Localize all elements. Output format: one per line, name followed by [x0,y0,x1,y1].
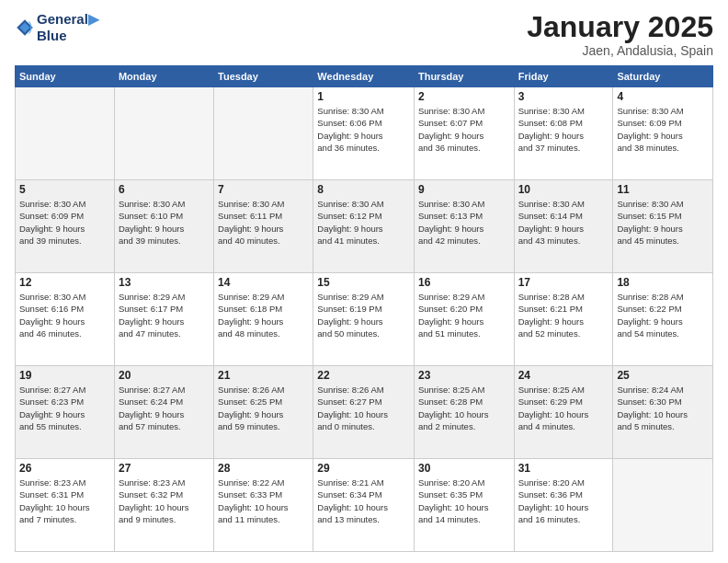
day-number: 5 [19,183,110,196]
calendar-day-cell[interactable]: 16Sunrise: 8:29 AM Sunset: 6:20 PM Dayli… [414,273,514,366]
day-info: Sunrise: 8:29 AM Sunset: 6:17 PM Dayligh… [119,291,210,339]
calendar-day-cell[interactable]: 26Sunrise: 8:23 AM Sunset: 6:31 PM Dayli… [16,459,115,552]
day-info: Sunrise: 8:21 AM Sunset: 6:34 PM Dayligh… [317,477,410,525]
day-info: Sunrise: 8:30 AM Sunset: 6:14 PM Dayligh… [518,198,609,247]
calendar-day-cell[interactable]: 6Sunrise: 8:30 AM Sunset: 6:10 PM Daylig… [114,180,213,273]
day-number: 20 [119,369,210,382]
day-number: 2 [418,90,510,103]
day-number: 11 [617,183,709,196]
calendar-day-cell[interactable]: 8Sunrise: 8:30 AM Sunset: 6:12 PM Daylig… [313,180,415,273]
calendar-day-cell[interactable]: 10Sunrise: 8:30 AM Sunset: 6:14 PM Dayli… [514,180,613,273]
day-info: Sunrise: 8:30 AM Sunset: 6:11 PM Dayligh… [218,198,309,247]
calendar-day-cell[interactable]: 17Sunrise: 8:28 AM Sunset: 6:21 PM Dayli… [514,273,613,366]
day-number: 14 [218,276,309,289]
day-info: Sunrise: 8:30 AM Sunset: 6:15 PM Dayligh… [617,198,709,247]
calendar-table: SundayMondayTuesdayWednesdayThursdayFrid… [15,65,713,552]
day-info: Sunrise: 8:20 AM Sunset: 6:36 PM Dayligh… [518,477,609,525]
day-info: Sunrise: 8:29 AM Sunset: 6:18 PM Dayligh… [218,291,309,339]
calendar-empty-cell [16,87,115,180]
calendar-subtitle: Jaen, Andalusia, Spain [527,43,713,58]
column-header-friday: Friday [514,66,613,87]
day-number: 25 [617,369,709,382]
calendar-day-cell[interactable]: 19Sunrise: 8:27 AM Sunset: 6:23 PM Dayli… [16,366,115,459]
calendar-day-cell[interactable]: 14Sunrise: 8:29 AM Sunset: 6:18 PM Dayli… [214,273,313,366]
day-number: 6 [119,183,210,196]
column-header-wednesday: Wednesday [313,66,415,87]
day-number: 18 [617,276,709,289]
day-number: 31 [518,462,609,475]
calendar-day-cell[interactable]: 24Sunrise: 8:25 AM Sunset: 6:29 PM Dayli… [514,366,613,459]
day-info: Sunrise: 8:24 AM Sunset: 6:30 PM Dayligh… [617,384,709,432]
day-info: Sunrise: 8:26 AM Sunset: 6:27 PM Dayligh… [317,384,410,432]
day-number: 23 [418,369,510,382]
day-number: 8 [317,183,410,196]
day-info: Sunrise: 8:27 AM Sunset: 6:23 PM Dayligh… [19,384,110,432]
calendar-day-cell[interactable]: 2Sunrise: 8:30 AM Sunset: 6:07 PM Daylig… [414,87,514,180]
day-info: Sunrise: 8:30 AM Sunset: 6:07 PM Dayligh… [418,105,510,154]
calendar-day-cell[interactable]: 18Sunrise: 8:28 AM Sunset: 6:22 PM Dayli… [613,273,713,366]
day-number: 22 [317,369,410,382]
calendar-day-cell[interactable]: 12Sunrise: 8:30 AM Sunset: 6:16 PM Dayli… [16,273,115,366]
day-info: Sunrise: 8:30 AM Sunset: 6:09 PM Dayligh… [19,198,110,247]
day-info: Sunrise: 8:25 AM Sunset: 6:28 PM Dayligh… [418,384,510,432]
day-info: Sunrise: 8:23 AM Sunset: 6:32 PM Dayligh… [119,477,210,525]
calendar-title: January 2025 [527,11,713,43]
day-info: Sunrise: 8:27 AM Sunset: 6:24 PM Dayligh… [119,384,210,432]
calendar-day-cell[interactable]: 20Sunrise: 8:27 AM Sunset: 6:24 PM Dayli… [114,366,213,459]
calendar-empty-cell [214,87,313,180]
calendar-day-cell[interactable]: 3Sunrise: 8:30 AM Sunset: 6:08 PM Daylig… [514,87,613,180]
day-number: 4 [617,90,709,103]
day-number: 21 [218,369,309,382]
page: General▶ Blue January 2025 Jaen, Andalus… [0,0,728,563]
day-number: 29 [317,462,410,475]
calendar-empty-cell [613,459,713,552]
day-info: Sunrise: 8:25 AM Sunset: 6:29 PM Dayligh… [518,384,609,432]
day-info: Sunrise: 8:30 AM Sunset: 6:10 PM Dayligh… [119,198,210,247]
logo: General▶ Blue [15,11,99,43]
day-number: 28 [218,462,309,475]
day-number: 12 [19,276,110,289]
day-number: 30 [418,462,510,475]
day-info: Sunrise: 8:30 AM Sunset: 6:13 PM Dayligh… [418,198,510,247]
header: General▶ Blue January 2025 Jaen, Andalus… [15,11,713,58]
day-number: 9 [418,183,510,196]
day-number: 10 [518,183,609,196]
day-info: Sunrise: 8:30 AM Sunset: 6:06 PM Dayligh… [317,105,410,154]
calendar-day-cell[interactable]: 9Sunrise: 8:30 AM Sunset: 6:13 PM Daylig… [414,180,514,273]
calendar-day-cell[interactable]: 30Sunrise: 8:20 AM Sunset: 6:35 PM Dayli… [414,459,514,552]
calendar-day-cell[interactable]: 13Sunrise: 8:29 AM Sunset: 6:17 PM Dayli… [114,273,213,366]
calendar-day-cell[interactable]: 5Sunrise: 8:30 AM Sunset: 6:09 PM Daylig… [16,180,115,273]
column-header-sunday: Sunday [16,66,115,87]
calendar-day-cell[interactable]: 4Sunrise: 8:30 AM Sunset: 6:09 PM Daylig… [613,87,713,180]
title-area: January 2025 Jaen, Andalusia, Spain [527,11,713,58]
calendar-week-row: 1Sunrise: 8:30 AM Sunset: 6:06 PM Daylig… [16,87,713,180]
day-info: Sunrise: 8:30 AM Sunset: 6:16 PM Dayligh… [19,291,110,339]
calendar-day-cell[interactable]: 15Sunrise: 8:29 AM Sunset: 6:19 PM Dayli… [313,273,415,366]
calendar-day-cell[interactable]: 28Sunrise: 8:22 AM Sunset: 6:33 PM Dayli… [214,459,313,552]
day-info: Sunrise: 8:22 AM Sunset: 6:33 PM Dayligh… [218,477,309,525]
calendar-day-cell[interactable]: 7Sunrise: 8:30 AM Sunset: 6:11 PM Daylig… [214,180,313,273]
calendar-day-cell[interactable]: 25Sunrise: 8:24 AM Sunset: 6:30 PM Dayli… [613,366,713,459]
calendar-day-cell[interactable]: 11Sunrise: 8:30 AM Sunset: 6:15 PM Dayli… [613,180,713,273]
calendar-day-cell[interactable]: 31Sunrise: 8:20 AM Sunset: 6:36 PM Dayli… [514,459,613,552]
calendar-day-cell[interactable]: 23Sunrise: 8:25 AM Sunset: 6:28 PM Dayli… [414,366,514,459]
calendar-empty-cell [114,87,213,180]
calendar-header-row: SundayMondayTuesdayWednesdayThursdayFrid… [16,66,713,87]
calendar-day-cell[interactable]: 1Sunrise: 8:30 AM Sunset: 6:06 PM Daylig… [313,87,415,180]
logo-text: General▶ Blue [37,11,99,43]
calendar-week-row: 26Sunrise: 8:23 AM Sunset: 6:31 PM Dayli… [16,459,713,552]
logo-icon [15,17,35,38]
day-number: 19 [19,369,110,382]
day-info: Sunrise: 8:28 AM Sunset: 6:21 PM Dayligh… [518,291,609,339]
day-info: Sunrise: 8:23 AM Sunset: 6:31 PM Dayligh… [19,477,110,525]
day-number: 26 [19,462,110,475]
calendar-day-cell[interactable]: 29Sunrise: 8:21 AM Sunset: 6:34 PM Dayli… [313,459,415,552]
column-header-thursday: Thursday [414,66,514,87]
day-number: 24 [518,369,609,382]
calendar-day-cell[interactable]: 21Sunrise: 8:26 AM Sunset: 6:25 PM Dayli… [214,366,313,459]
calendar-day-cell[interactable]: 27Sunrise: 8:23 AM Sunset: 6:32 PM Dayli… [114,459,213,552]
day-number: 17 [518,276,609,289]
day-info: Sunrise: 8:29 AM Sunset: 6:20 PM Dayligh… [418,291,510,339]
day-info: Sunrise: 8:29 AM Sunset: 6:19 PM Dayligh… [317,291,410,339]
calendar-day-cell[interactable]: 22Sunrise: 8:26 AM Sunset: 6:27 PM Dayli… [313,366,415,459]
